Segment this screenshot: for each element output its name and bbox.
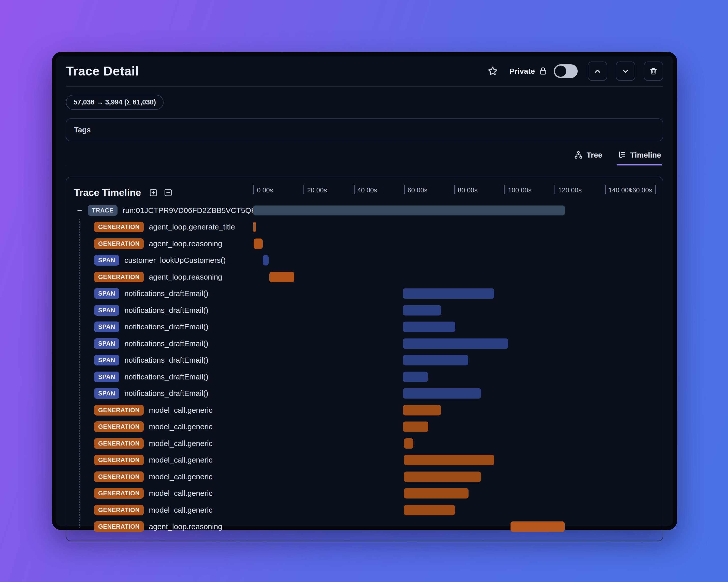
timeline-row-label[interactable]: − SPAN notifications_draftEmail()	[74, 352, 253, 369]
observation-name: model_call.generic	[149, 472, 212, 481]
axis-tick-label: 100.00s	[508, 186, 531, 194]
timeline-row-label[interactable]: − SPAN notifications_draftEmail()	[74, 335, 253, 352]
minus-square-icon[interactable]	[163, 188, 173, 197]
axis-tick: 120.00s	[554, 185, 555, 194]
timeline-row-label[interactable]: − SPAN notifications_draftEmail()	[74, 319, 253, 335]
duration-bar[interactable]	[254, 239, 263, 249]
lock-icon	[539, 66, 548, 76]
timeline-row-label[interactable]: − GENERATION model_call.generic	[74, 435, 253, 452]
timeline-row-track	[253, 252, 655, 269]
duration-bar[interactable]	[404, 471, 481, 482]
axis-tick-label: 60.00s	[408, 186, 427, 194]
delete-trace-button[interactable]	[644, 61, 663, 81]
observation-type-badge: SPAN	[94, 371, 119, 382]
duration-bar[interactable]	[403, 422, 428, 432]
time-axis: 0.00s20.00s40.00s60.00s80.00s100.00s120.…	[253, 183, 655, 202]
privacy-label: Private	[510, 67, 535, 76]
timeline-row-track	[253, 335, 655, 352]
observation-type-badge: GENERATION	[94, 455, 144, 465]
duration-bar[interactable]	[403, 371, 428, 382]
timeline-row-label[interactable]: − SPAN notifications_draftEmail()	[74, 385, 253, 402]
tags-input[interactable]: Tags	[66, 118, 663, 141]
observation-type-badge: GENERATION	[94, 222, 144, 232]
duration-bar[interactable]	[403, 305, 441, 315]
timeline-row-track	[253, 419, 655, 435]
duration-bar[interactable]	[404, 488, 469, 499]
tab-tree-label: Tree	[587, 151, 602, 159]
axis-tick-label: 140.00s	[608, 186, 632, 194]
timeline-row-track	[253, 485, 655, 502]
observation-type-badge: GENERATION	[94, 488, 144, 499]
timeline-row-label[interactable]: − SPAN notifications_draftEmail()	[74, 285, 253, 302]
timeline-row-label[interactable]: − GENERATION agent_loop.generate_title	[74, 219, 253, 235]
timeline-row-label[interactable]: − GENERATION agent_loop.reasoning	[74, 235, 253, 252]
timeline-row-track	[253, 302, 655, 319]
axis-tick: 60.00s	[404, 185, 405, 194]
collapse-toggle[interactable]: −	[75, 205, 85, 215]
observation-name: notifications_draftEmail()	[124, 389, 208, 398]
timeline-row-label[interactable]: − GENERATION agent_loop.reasoning	[74, 519, 253, 535]
prev-trace-button[interactable]	[588, 61, 607, 81]
timeline-row-label[interactable]: − SPAN notifications_draftEmail()	[74, 302, 253, 319]
timeline-row-label[interactable]: − GENERATION model_call.generic	[74, 485, 253, 502]
duration-bar[interactable]	[253, 205, 565, 215]
privacy-control: Private	[510, 64, 580, 78]
observation-name: agent_loop.reasoning	[149, 522, 222, 531]
duration-bar[interactable]	[403, 405, 441, 415]
trace-detail-window: Trace Detail Private	[52, 52, 677, 530]
observation-type-badge: SPAN	[94, 322, 119, 332]
next-trace-button[interactable]	[616, 61, 635, 81]
observation-type-badge: GENERATION	[94, 438, 144, 449]
axis-tick-line	[354, 185, 355, 194]
duration-bar[interactable]	[404, 438, 413, 449]
chevron-down-icon	[621, 67, 630, 76]
observation-name: agent_loop.reasoning	[149, 240, 222, 248]
duration-bar[interactable]	[404, 505, 455, 515]
observation-name: model_call.generic	[149, 456, 212, 464]
token-usage-badge[interactable]: 57,036 → 3,994 (Σ 61,030)	[66, 95, 163, 110]
observation-name: customer_lookUpCustomers()	[124, 256, 226, 265]
timeline-row-label[interactable]: − GENERATION model_call.generic	[74, 419, 253, 435]
timeline-row-label[interactable]: − GENERATION model_call.generic	[74, 402, 253, 419]
timeline-row-label[interactable]: − GENERATION agent_loop.reasoning	[74, 269, 253, 285]
timeline-row-track	[253, 468, 655, 485]
timeline-row-label[interactable]: − GENERATION model_call.generic	[74, 502, 253, 519]
axis-tick: 100.00s	[504, 185, 505, 194]
observation-type-badge: SPAN	[94, 388, 119, 399]
timeline-row-label[interactable]: − SPAN customer_lookUpCustomers()	[74, 252, 253, 269]
timeline-row-track	[253, 368, 655, 385]
duration-bar[interactable]	[403, 355, 468, 365]
duration-bar[interactable]	[269, 272, 294, 282]
observation-type-badge: GENERATION	[94, 405, 144, 416]
tab-timeline-label: Timeline	[630, 151, 661, 159]
duration-bar[interactable]	[403, 388, 481, 399]
duration-bar[interactable]	[253, 222, 256, 232]
observation-type-badge: GENERATION	[94, 272, 144, 282]
tab-tree[interactable]: Tree	[573, 148, 603, 165]
tags-placeholder: Tags	[74, 126, 91, 134]
page-title: Trace Detail	[66, 64, 139, 79]
timeline-row-label[interactable]: − GENERATION model_call.generic	[74, 452, 253, 469]
axis-tick-label: 0.00s	[257, 186, 273, 194]
toggle-knob	[555, 65, 566, 77]
star-icon[interactable]	[487, 65, 498, 77]
tab-timeline[interactable]: Timeline	[617, 148, 662, 165]
timeline-row-label[interactable]: − GENERATION model_call.generic	[74, 468, 253, 485]
duration-bar[interactable]	[404, 455, 494, 465]
axis-tick-label: 80.00s	[458, 186, 478, 194]
duration-bar[interactable]	[511, 522, 565, 532]
timeline-row-label[interactable]: − TRACE run:01JCTPR9VD06FD2ZBB5VCT5QRV	[74, 202, 253, 219]
observation-type-badge: SPAN	[94, 305, 119, 316]
timeline-row-track	[253, 219, 655, 235]
privacy-toggle[interactable]	[554, 64, 578, 78]
duration-bar[interactable]	[403, 288, 494, 299]
duration-bar[interactable]	[403, 322, 455, 332]
duration-bar[interactable]	[403, 338, 508, 349]
duration-bar[interactable]	[263, 255, 269, 266]
timeline-row-label[interactable]: − SPAN notifications_draftEmail()	[74, 368, 253, 385]
axis-tick-line	[554, 185, 555, 194]
axis-tick-label: 20.00s	[307, 186, 327, 194]
plus-square-icon[interactable]	[149, 188, 158, 197]
observation-type-badge: SPAN	[94, 255, 119, 266]
observation-type-badge: SPAN	[94, 288, 119, 299]
